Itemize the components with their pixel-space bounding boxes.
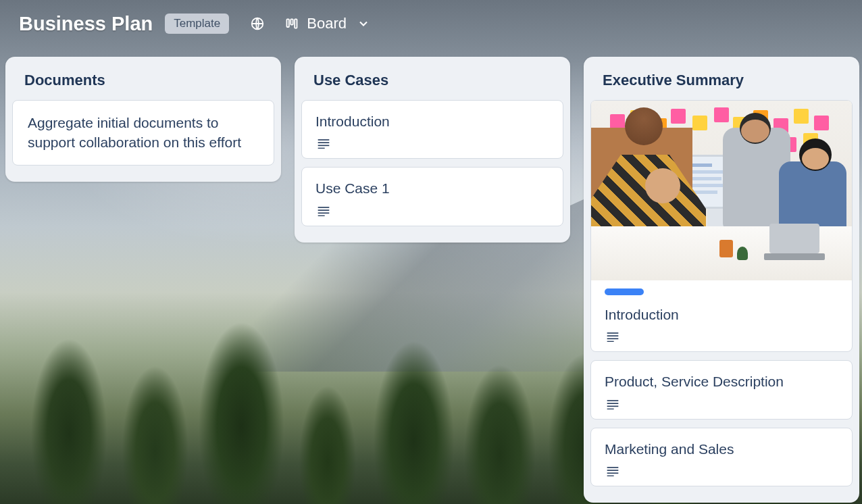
column-title[interactable]: Use Cases [295, 57, 570, 100]
card[interactable]: Introduction [301, 100, 563, 159]
column-documents: Documents Aggregate initial documents to… [5, 57, 281, 182]
card[interactable]: Marketing and Sales [590, 428, 853, 486]
description-icon [317, 138, 549, 149]
description-icon [317, 205, 549, 216]
card-cover-image [591, 101, 852, 280]
board-header: Business Plan Template Board [0, 0, 862, 46]
card-title: Use Case 1 [315, 178, 549, 198]
chevron-down-icon [357, 17, 370, 30]
svg-rect-2 [291, 19, 293, 24]
board-columns: Documents Aggregate initial documents to… [0, 46, 862, 504]
card[interactable]: Use Case 1 [301, 167, 563, 226]
column-body[interactable]: Introduction Product, Service Descriptio… [584, 100, 859, 495]
board-view-icon [284, 16, 299, 31]
card-title: Aggregate initial documents to support c… [28, 113, 259, 153]
globe-icon[interactable] [248, 14, 267, 33]
column-executive-summary: Executive Summary [584, 57, 859, 503]
column-body: Introduction Use Case 1 [295, 100, 570, 234]
card-title: Introduction [605, 305, 838, 324]
view-label: Board [307, 15, 347, 32]
view-switcher[interactable]: Board [284, 15, 370, 32]
label-pill [605, 288, 644, 295]
column-use-cases: Use Cases Introduction Use Case 1 [295, 57, 570, 243]
description-icon [606, 399, 838, 409]
card-title: Introduction [315, 111, 549, 131]
template-badge[interactable]: Template [165, 14, 229, 34]
card[interactable]: Aggregate initial documents to support c… [12, 100, 274, 166]
card[interactable]: Introduction [590, 100, 853, 352]
description-icon [606, 465, 838, 476]
description-icon [606, 331, 838, 342]
card-title: Marketing and Sales [605, 439, 838, 459]
column-body: Aggregate initial documents to support c… [5, 100, 281, 174]
svg-rect-1 [287, 19, 289, 27]
page-title: Business Plan [19, 13, 153, 35]
svg-rect-3 [295, 19, 297, 28]
card-title: Product, Service Description [605, 372, 838, 391]
card[interactable]: Product, Service Description [590, 360, 853, 419]
column-title[interactable]: Documents [5, 57, 281, 100]
column-title[interactable]: Executive Summary [584, 57, 859, 100]
